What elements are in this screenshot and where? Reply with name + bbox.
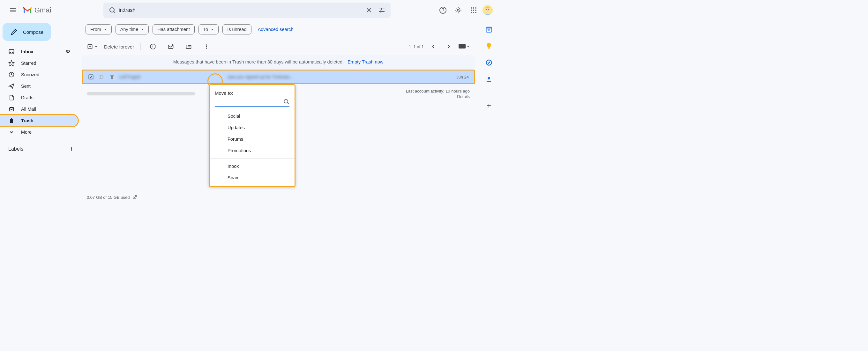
toolbar: Delete forever 1–1 of 1	[82, 38, 475, 55]
sidebar-item-more[interactable]: More	[0, 126, 78, 138]
clock-icon	[8, 71, 15, 78]
caret-down-icon	[211, 28, 214, 31]
svg-point-17	[475, 12, 476, 13]
add-label-button[interactable]: +	[69, 145, 73, 153]
popup-item-promotions[interactable]: Promotions	[210, 145, 294, 156]
search-icon	[108, 6, 116, 14]
svg-point-14	[475, 9, 476, 11]
filter-from[interactable]: From	[86, 24, 112, 34]
email-row-selected[interactable]: Leif Foged saw you signed up for Turbota…	[82, 70, 475, 84]
svg-rect-5	[380, 10, 381, 12]
sidebar-item-drafts[interactable]: Drafts	[0, 92, 78, 103]
settings-button[interactable]	[452, 4, 465, 17]
get-addons-button[interactable]: +	[487, 101, 491, 110]
svg-point-34	[206, 44, 207, 45]
popup-search-input[interactable]	[215, 99, 283, 104]
email-date: Jun 24	[456, 75, 469, 79]
details-link[interactable]: Details	[406, 94, 470, 99]
help-icon	[439, 6, 447, 14]
logo-area[interactable]: Gmail	[23, 6, 93, 14]
filter-chips-row: From Any time Has attachment To Is unrea…	[82, 21, 475, 38]
apps-button[interactable]	[467, 4, 480, 17]
gear-icon	[455, 6, 462, 14]
open-external-icon[interactable]	[132, 195, 137, 200]
tune-icon	[378, 6, 385, 14]
sidebar-item-inbox[interactable]: Inbox 52	[0, 46, 78, 58]
popup-item-spam[interactable]: Spam	[210, 172, 294, 184]
calendar-icon: 31	[485, 26, 492, 33]
search-options-button[interactable]	[375, 4, 388, 17]
header: Gmail	[0, 0, 498, 21]
popup-title: Move to:	[210, 88, 294, 97]
svg-line-1	[114, 12, 116, 13]
avatar-image	[483, 5, 493, 15]
popup-search-row	[215, 98, 289, 106]
horizontal-scrollbar[interactable]	[87, 92, 195, 95]
keep-addon[interactable]	[485, 42, 493, 50]
chevron-right-icon	[445, 43, 452, 50]
banner-text: Messages that have been in Trash more th…	[173, 59, 344, 64]
account-avatar[interactable]	[483, 5, 493, 15]
svg-point-0	[110, 8, 114, 12]
pagination-info: 1–1 of 1	[409, 44, 424, 49]
svg-line-22	[11, 34, 13, 34]
filter-anytime[interactable]: Any time	[116, 24, 149, 34]
svg-rect-4	[381, 8, 382, 10]
report-spam-button[interactable]	[147, 41, 159, 52]
toolbar-right: 1–1 of 1	[409, 41, 470, 52]
sidebar-item-allmail[interactable]: All Mail	[0, 103, 78, 115]
sidebar-item-snoozed[interactable]: Snoozed	[0, 69, 78, 81]
delete-forever-button[interactable]: Delete forever	[104, 44, 134, 50]
svg-text:31: 31	[487, 29, 491, 32]
main: From Any time Has attachment To Is unrea…	[82, 21, 480, 202]
filter-attachment[interactable]: Has attachment	[153, 24, 195, 34]
divider	[141, 43, 141, 50]
svg-rect-42	[486, 27, 492, 29]
mail-unread-icon	[167, 43, 174, 50]
search-input[interactable]	[119, 7, 363, 13]
svg-point-35	[206, 46, 207, 47]
next-page-button[interactable]	[443, 41, 455, 52]
search-button[interactable]	[106, 4, 119, 17]
svg-rect-37	[459, 44, 466, 49]
sidebar-item-trash[interactable]: Trash	[0, 115, 78, 126]
main-menu-button[interactable]	[5, 3, 21, 18]
empty-trash-link[interactable]: Empty Trash now	[347, 59, 383, 64]
mark-unread-button[interactable]	[165, 41, 177, 52]
popup-item-updates[interactable]: Updates	[210, 122, 294, 133]
send-icon	[8, 83, 15, 89]
svg-point-11	[475, 7, 476, 9]
tasks-addon[interactable]	[485, 59, 493, 66]
filter-unread[interactable]: Is unread	[222, 24, 251, 34]
popup-item-social[interactable]: Social	[210, 110, 294, 122]
email-sender: Leif Foged	[119, 74, 140, 79]
advanced-search-link[interactable]: Advanced search	[258, 27, 293, 32]
compose-button[interactable]: Compose	[3, 23, 51, 41]
sidebar-item-starred[interactable]: Starred	[0, 58, 78, 69]
popup-item-inbox[interactable]: Inbox	[210, 160, 294, 172]
prev-page-button[interactable]	[428, 41, 439, 52]
search-icon[interactable]	[283, 98, 289, 105]
contacts-addon[interactable]	[485, 75, 493, 83]
star-icon	[8, 60, 15, 66]
keep-icon	[485, 42, 492, 50]
trash-icon	[8, 118, 15, 124]
important-marker-icon[interactable]	[99, 74, 105, 80]
more-actions-button[interactable]	[201, 41, 212, 52]
sidebar-item-sent[interactable]: Sent	[0, 81, 78, 92]
svg-point-19	[485, 7, 490, 11]
filter-to[interactable]: To	[198, 24, 219, 34]
svg-point-39	[284, 99, 288, 103]
svg-line-40	[287, 103, 289, 104]
side-panel: 31 +	[480, 21, 498, 202]
storage-text: 0.07 GB of 15 GB used	[87, 195, 130, 200]
nav-label: Snoozed	[21, 72, 74, 77]
support-button[interactable]	[437, 4, 449, 17]
input-tools-button[interactable]	[458, 41, 470, 52]
popup-item-forums[interactable]: Forums	[210, 133, 294, 145]
move-to-button[interactable]	[183, 41, 194, 52]
clear-search-button[interactable]	[363, 4, 375, 17]
calendar-addon[interactable]: 31	[485, 26, 493, 33]
select-all-checkbox[interactable]	[87, 43, 98, 50]
svg-point-21	[488, 9, 489, 9]
